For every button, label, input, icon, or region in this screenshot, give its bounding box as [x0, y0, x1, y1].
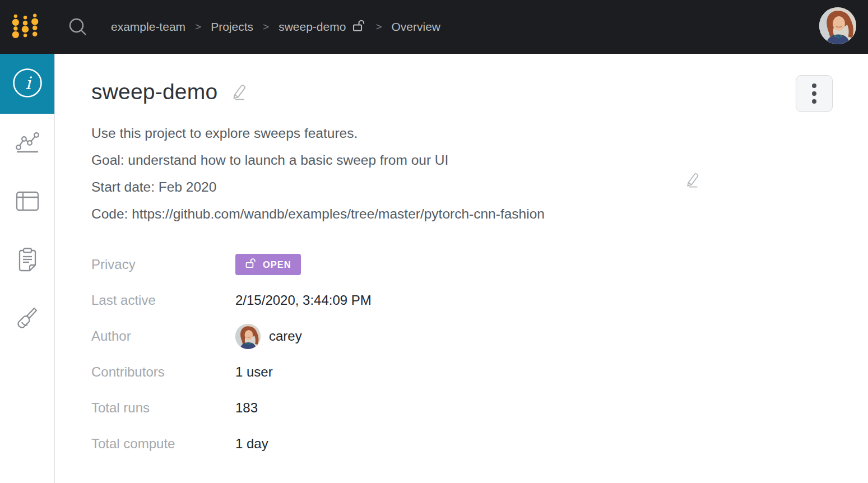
privacy-open-badge[interactable]: OPEN — [235, 254, 301, 275]
detail-label: Author — [91, 328, 235, 344]
breadcrumb-separator: > — [375, 21, 382, 33]
project-overview-panel: sweep-demo Use this project to explore s… — [55, 54, 868, 483]
wandb-logo-icon[interactable] — [10, 12, 40, 42]
project-details-table: Privacy OPEN Last active 2/15/2020, 3:44… — [91, 247, 868, 462]
detail-label: Contributors — [91, 364, 235, 380]
breadcrumb-team[interactable]: example-team — [111, 20, 185, 34]
detail-row-contributors: Contributors 1 user — [91, 354, 868, 390]
contributors-value: 1 user — [235, 364, 273, 380]
info-icon: i — [12, 67, 43, 101]
edit-title-pencil-icon[interactable] — [231, 83, 248, 101]
description-line: Use this project to explore sweeps featu… — [91, 120, 868, 147]
author-name[interactable]: carey — [269, 328, 302, 344]
breadcrumb: example-team > Projects > sweep-demo > O… — [111, 18, 440, 36]
user-avatar[interactable] — [819, 7, 856, 44]
detail-label: Last active — [91, 292, 235, 308]
detail-row-total-runs: Total runs 183 — [91, 390, 868, 426]
breadcrumb-overview[interactable]: Overview — [391, 20, 440, 34]
description-line: Goal: understand how to launch a basic s… — [91, 147, 868, 174]
breadcrumb-project-label: sweep-demo — [278, 20, 346, 34]
sidebar-item-sweeps[interactable] — [0, 290, 54, 349]
privacy-badge-label: OPEN — [263, 259, 291, 270]
unlock-icon — [351, 18, 366, 36]
sidebar-item-workspace[interactable] — [0, 114, 54, 173]
clipboard-icon — [16, 247, 39, 275]
sidebar-item-reports[interactable] — [0, 231, 54, 290]
breadcrumb-separator: > — [195, 21, 201, 33]
description-line: Code: https://github.com/wandb/examples/… — [91, 201, 868, 227]
detail-row-total-compute: Total compute 1 day — [91, 426, 868, 462]
table-icon — [15, 190, 40, 215]
description-line: Start date: Feb 2020 — [91, 174, 868, 201]
unlock-icon — [245, 257, 257, 272]
sidebar: i — [0, 54, 55, 483]
detail-row-author: Author carey — [91, 318, 868, 354]
breadcrumb-separator: > — [263, 21, 269, 33]
total-compute-value: 1 day — [235, 436, 268, 452]
detail-label: Privacy — [91, 257, 235, 272]
detail-label: Total compute — [91, 436, 235, 452]
line-chart-icon — [15, 131, 40, 156]
breadcrumb-projects[interactable]: Projects — [211, 20, 253, 34]
last-active-value: 2/15/2020, 3:44:09 PM — [235, 292, 372, 308]
detail-label: Total runs — [91, 400, 235, 416]
author-avatar[interactable] — [235, 324, 261, 349]
edit-description-pencil-icon[interactable] — [685, 171, 700, 188]
breadcrumb-project[interactable]: sweep-demo — [278, 18, 366, 36]
broom-icon — [15, 306, 40, 334]
total-runs-value: 183 — [235, 400, 258, 416]
detail-row-privacy: Privacy OPEN — [91, 247, 868, 282]
svg-text:i: i — [25, 73, 32, 93]
title-row: sweep-demo — [91, 80, 868, 104]
page-title: sweep-demo — [91, 80, 217, 104]
sidebar-item-table[interactable] — [0, 173, 54, 231]
detail-row-last-active: Last active 2/15/2020, 3:44:09 PM — [91, 282, 868, 318]
sidebar-item-overview[interactable]: i — [0, 54, 54, 114]
project-description: Use this project to explore sweeps featu… — [91, 120, 868, 227]
topbar: example-team > Projects > sweep-demo > O… — [0, 0, 868, 54]
project-menu-kebab-button[interactable] — [796, 75, 833, 112]
search-icon[interactable] — [68, 17, 87, 36]
